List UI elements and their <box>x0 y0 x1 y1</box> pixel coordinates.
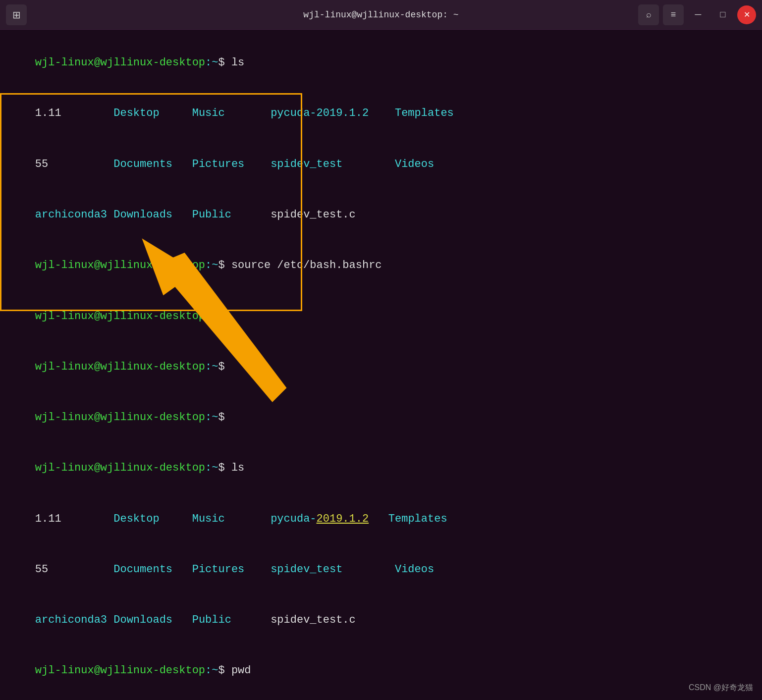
prompt-cmd-ls2: $ ls <box>218 462 244 474</box>
ls-3-3: Public <box>192 209 271 221</box>
ls-1-5: Templates <box>395 107 454 119</box>
ls-1-4: pycuda-2019.1.2 <box>271 107 395 119</box>
ls-4-2: Desktop <box>113 513 192 525</box>
prompt-path-e3: :~ <box>205 411 218 424</box>
search-icon: ⌕ <box>646 9 652 20</box>
ls-row-3: archiconda3 Downloads Public spidev_test… <box>9 190 753 240</box>
menu-icon: ≡ <box>671 9 676 20</box>
ls-1-1: 1.11 <box>35 107 113 119</box>
ls-row-1: 1.11 Desktop Music pycuda-2019.1.2 Templ… <box>9 88 753 139</box>
prompt-user-e1: wjl-linux@wjllinux-desktop <box>35 310 205 323</box>
ls-3-2: Downloads <box>113 209 192 221</box>
ls-6-3: Public <box>192 614 271 626</box>
terminal-line-ls2: wjl-linux@wjllinux-desktop:~$ ls <box>9 443 753 493</box>
terminal-line-empty-3: wjl-linux@wjllinux-desktop:~$ <box>9 392 753 443</box>
prompt-user-e3: wjl-linux@wjllinux-desktop <box>35 411 205 424</box>
ls-2-3: Pictures <box>192 158 271 170</box>
ls-row-2: 55 Documents Pictures spidev_test Videos <box>9 139 753 190</box>
prompt-dollar-e2: $ <box>218 361 224 373</box>
prompt-user-src: wjl-linux@wjllinux-desktop <box>35 259 205 271</box>
prompt-cmd-src: $ source /etc/bash.bashrc <box>218 259 381 271</box>
ls-6-4: spidev_test.c <box>271 614 356 626</box>
prompt-user-e2: wjl-linux@wjllinux-desktop <box>35 361 205 373</box>
ls-4-4: pycuda-2019.1.2 <box>271 513 388 525</box>
ls-row-6: archiconda3 Downloads Public spidev_test… <box>9 595 753 646</box>
ls-3-1: archiconda3 <box>35 209 113 221</box>
titlebar-controls: ⌕ ≡ ─ □ ✕ <box>638 4 756 25</box>
terminal-line-1: wjl-linux@wjllinux-desktop:~$ ls <box>9 38 753 88</box>
ls-row-4: 1.11 Desktop Music pycuda-2019.1.2 Templ… <box>9 494 753 544</box>
prompt-dollar-e3: $ <box>218 411 224 424</box>
minimize-button[interactable]: ─ <box>688 4 708 25</box>
ls-1-2: Desktop <box>113 107 192 119</box>
add-tab-icon: ⊞ <box>12 9 21 21</box>
prompt-path-e1: :~ <box>205 310 218 323</box>
terminal-line-source: wjl-linux@wjllinux-desktop:~$ source /et… <box>9 240 753 291</box>
pwd-result: /home/wjl-linux <box>9 697 753 700</box>
window-title: wjl-linux@wjllinux-desktop: ~ <box>303 10 458 20</box>
maximize-button[interactable]: □ <box>712 4 733 25</box>
ls-5-4: spidev_test <box>271 563 395 576</box>
ls-row-5: 55 Documents Pictures spidev_test Videos <box>9 544 753 595</box>
menu-button[interactable]: ≡ <box>663 4 684 25</box>
prompt-cmd-pwd: $ pwd <box>218 664 251 677</box>
prompt-cmd-1: $ ls <box>218 56 244 69</box>
prompt-user-ls2: wjl-linux@wjllinux-desktop <box>35 462 205 474</box>
terminal-line-empty-1: wjl-linux@wjllinux-desktop:~$ <box>9 291 753 341</box>
minimize-icon: ─ <box>695 9 702 20</box>
ls-4-5: Templates <box>388 513 447 525</box>
terminal-area[interactable]: wjl-linux@wjllinux-desktop:~$ ls 1.11 De… <box>0 30 762 700</box>
titlebar-left: ⊞ <box>6 4 27 25</box>
close-button[interactable]: ✕ <box>737 5 756 24</box>
ls-5-3: Pictures <box>192 563 271 576</box>
ls-2-5: Videos <box>395 158 434 170</box>
prompt-dollar-e1: $ <box>218 310 224 323</box>
prompt-path-ls2: :~ <box>205 462 218 474</box>
prompt-path-pwd: :~ <box>205 664 218 677</box>
ls-6-2: Downloads <box>113 614 192 626</box>
prompt-path-e2: :~ <box>205 361 218 373</box>
close-icon: ✕ <box>744 10 750 19</box>
terminal-line-pwd: wjl-linux@wjllinux-desktop:~$ pwd <box>9 646 753 696</box>
ls-5-2: Documents <box>113 563 192 576</box>
ls-5-1: 55 <box>35 563 113 576</box>
search-button[interactable]: ⌕ <box>638 4 659 25</box>
maximize-icon: □ <box>720 9 726 20</box>
ls-4-3: Music <box>192 513 271 525</box>
terminal-line-empty-2: wjl-linux@wjllinux-desktop:~$ <box>9 342 753 392</box>
ls-5-5: Videos <box>395 563 434 576</box>
ls-2-1: 55 <box>35 158 113 170</box>
ls-2-2: Documents <box>113 158 192 170</box>
prompt-path-src: :~ <box>205 259 218 271</box>
ls-2-4: spidev_test <box>271 158 395 170</box>
prompt-path-1: :~ <box>205 56 218 69</box>
prompt-user-pwd: wjl-linux@wjllinux-desktop <box>35 664 205 677</box>
titlebar: ⊞ wjl-linux@wjllinux-desktop: ~ ⌕ ≡ ─ □ … <box>0 0 762 30</box>
add-tab-button[interactable]: ⊞ <box>6 4 27 25</box>
watermark: CSDN @好奇龙猫 <box>689 683 753 693</box>
prompt-user-1: wjl-linux@wjllinux-desktop <box>35 56 205 69</box>
ls-3-4: spidev_test.c <box>271 209 356 221</box>
ls-4-1: 1.11 <box>35 513 113 525</box>
ls-6-1: archiconda3 <box>35 614 113 626</box>
ls-1-3: Music <box>192 107 271 119</box>
